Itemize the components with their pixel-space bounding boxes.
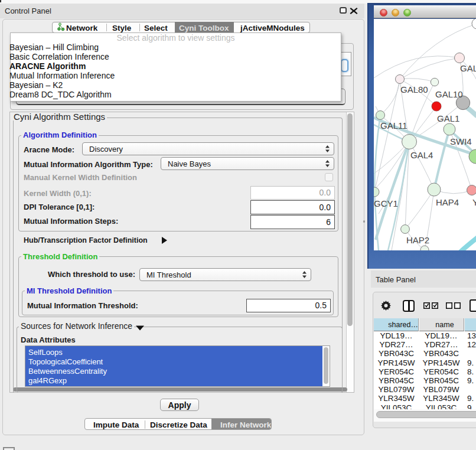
svg-text:GAL10: GAL10 xyxy=(435,89,463,99)
svg-text:GCY1: GCY1 xyxy=(374,198,398,208)
svg-text:GAL: GAL xyxy=(460,63,476,73)
svg-text:Y: Y xyxy=(472,197,476,207)
svg-text:GAL11: GAL11 xyxy=(380,120,407,131)
svg-text:HAP4: HAP4 xyxy=(436,197,459,207)
svg-text:GAL80: GAL80 xyxy=(400,84,428,94)
svg-text:HAP2: HAP2 xyxy=(406,235,429,245)
svg-text:GAL1: GAL1 xyxy=(437,113,459,123)
svg-text:GAL4: GAL4 xyxy=(410,150,433,160)
svg-text:SWI4: SWI4 xyxy=(450,136,472,146)
